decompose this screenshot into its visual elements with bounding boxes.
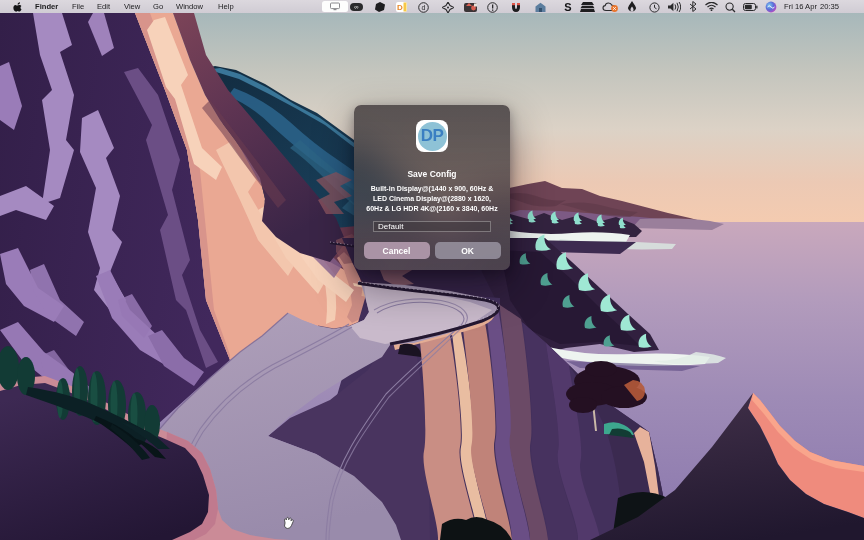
svg-text:D: D: [397, 3, 403, 12]
svg-text:S: S: [564, 1, 571, 12]
svg-text:∞: ∞: [354, 4, 358, 10]
svg-text:d: d: [422, 4, 426, 11]
